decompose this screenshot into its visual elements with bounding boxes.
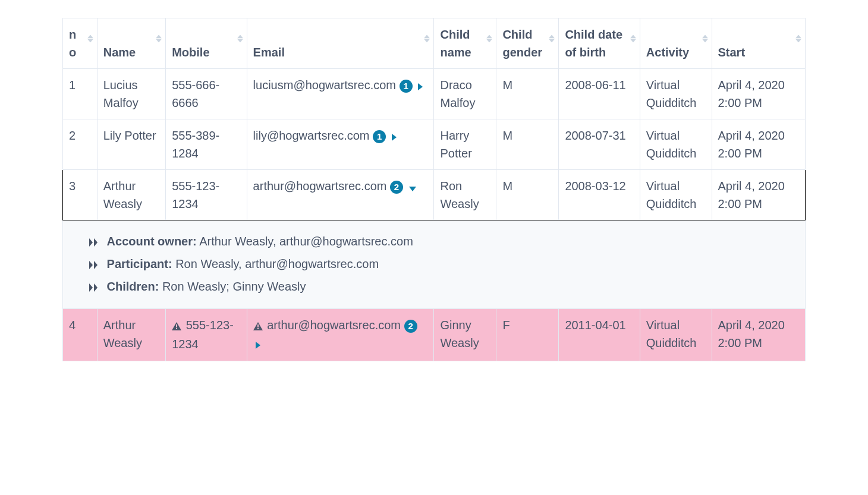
- sort-icon[interactable]: [630, 34, 636, 42]
- detail-account-owner: Account owner: Arthur Weasly, arthur@hog…: [89, 232, 794, 251]
- collapse-icon[interactable]: [409, 178, 416, 196]
- cell-email: luciusm@hogwartsrec.com 1: [247, 69, 434, 119]
- cell-child-gender: M: [496, 69, 559, 119]
- svg-marker-22: [94, 238, 98, 247]
- cell-child-gender: F: [496, 309, 559, 361]
- sort-icon[interactable]: [702, 34, 708, 42]
- svg-marker-4: [237, 34, 243, 38]
- table-header-row: no Name Mobile Email Child name Child ge…: [63, 18, 806, 69]
- expand-icon[interactable]: [418, 77, 424, 95]
- table-row-selected[interactable]: 3 Arthur Weasly 555-123-1234 arthur@hogw…: [63, 170, 806, 220]
- chevrons-icon: [89, 281, 100, 294]
- count-badge: 1: [400, 80, 413, 93]
- expand-icon[interactable]: [256, 336, 262, 354]
- cell-no: 2: [63, 119, 98, 170]
- cell-activity: Virtual Quidditch: [640, 170, 712, 220]
- svg-marker-13: [630, 39, 636, 42]
- svg-marker-20: [409, 187, 416, 191]
- svg-marker-10: [549, 34, 555, 38]
- cell-activity: Virtual Quidditch: [640, 69, 712, 119]
- cell-child-dob: 2008-07-31: [559, 119, 640, 170]
- col-header-activity[interactable]: Activity: [640, 18, 712, 69]
- cell-mobile: 555-123-1234: [166, 170, 247, 220]
- cell-start: April 4, 2020 2:00 PM: [712, 309, 806, 361]
- sort-icon[interactable]: [237, 34, 243, 42]
- svg-marker-19: [392, 134, 397, 141]
- cell-email: arthur@hogwartsrec.com 2: [247, 170, 434, 220]
- svg-marker-8: [486, 34, 492, 38]
- col-header-no[interactable]: no: [63, 18, 98, 69]
- col-header-child-dob[interactable]: Child date of birth: [559, 18, 640, 69]
- cell-child-dob: 2011-04-01: [559, 309, 640, 361]
- col-header-child-gender[interactable]: Child gender: [496, 18, 559, 69]
- svg-marker-24: [94, 261, 98, 269]
- cell-no: 3: [63, 170, 98, 220]
- table-row[interactable]: 1 Lucius Malfoy 555-666-6666 luciusm@hog…: [63, 69, 806, 119]
- cell-child-name: Draco Malfoy: [434, 69, 496, 119]
- svg-marker-12: [630, 34, 636, 38]
- col-header-mobile[interactable]: Mobile: [166, 18, 247, 69]
- detail-participant: Participant: Ron Weasly, arthur@hogwarts…: [89, 255, 794, 274]
- count-badge: 2: [404, 320, 417, 333]
- cell-child-dob: 2008-06-11: [559, 69, 640, 119]
- cell-child-dob: 2008-03-12: [559, 170, 640, 220]
- svg-marker-0: [87, 34, 93, 38]
- cell-name: Arthur Weasly: [97, 309, 165, 361]
- cell-child-gender: M: [496, 170, 559, 220]
- svg-marker-21: [89, 238, 93, 247]
- cell-mobile: 555-389-1284: [166, 119, 247, 170]
- sort-icon[interactable]: [795, 34, 801, 42]
- col-header-child-name[interactable]: Child name: [434, 18, 496, 69]
- col-header-email[interactable]: Email: [247, 18, 434, 69]
- warning-icon: [253, 320, 263, 333]
- svg-rect-31: [257, 324, 259, 327]
- table-row[interactable]: 2 Lily Potter 555-389-1284 lily@hogwarts…: [63, 119, 806, 170]
- sort-icon[interactable]: [87, 34, 93, 42]
- svg-marker-3: [156, 39, 162, 42]
- col-header-name[interactable]: Name: [97, 18, 165, 69]
- svg-rect-32: [257, 328, 259, 329]
- count-badge: 1: [373, 130, 386, 143]
- cell-email: arthur@hogwartsrec.com 2: [247, 309, 434, 361]
- sort-icon[interactable]: [549, 34, 555, 42]
- col-header-start[interactable]: Start: [712, 18, 806, 69]
- cell-email: lily@hogwartsrec.com 1: [247, 119, 434, 170]
- svg-marker-9: [486, 39, 492, 42]
- chevrons-icon: [89, 258, 100, 272]
- cell-mobile: 555-123-1234: [166, 309, 247, 361]
- chevrons-icon: [89, 236, 100, 249]
- cell-child-name: Ron Weasly: [434, 170, 496, 220]
- sort-icon[interactable]: [486, 34, 492, 42]
- svg-marker-2: [156, 34, 162, 38]
- svg-marker-5: [237, 39, 243, 42]
- cell-name: Arthur Weasly: [97, 170, 165, 220]
- svg-marker-16: [795, 34, 801, 38]
- table-row-highlighted[interactable]: 4 Arthur Weasly 555-123-1234 arthur@hogw…: [63, 309, 806, 361]
- cell-no: 4: [63, 309, 98, 361]
- expand-icon[interactable]: [392, 128, 398, 146]
- detail-children: Children: Ron Weasly; Ginny Weasly: [89, 278, 794, 297]
- cell-activity: Virtual Quidditch: [640, 119, 712, 170]
- cell-start: April 4, 2020 2:00 PM: [712, 69, 806, 119]
- svg-marker-33: [256, 342, 260, 349]
- svg-marker-25: [89, 283, 93, 292]
- cell-name: Lucius Malfoy: [97, 69, 165, 119]
- svg-marker-1: [87, 39, 93, 42]
- svg-marker-18: [418, 83, 423, 90]
- svg-rect-29: [176, 328, 177, 329]
- cell-child-name: Ginny Weasly: [434, 309, 496, 361]
- cell-mobile: 555-666-6666: [166, 69, 247, 119]
- sort-icon[interactable]: [424, 34, 430, 42]
- svg-marker-11: [549, 39, 555, 42]
- svg-marker-23: [89, 261, 93, 269]
- svg-marker-17: [795, 39, 801, 42]
- svg-marker-15: [702, 39, 708, 42]
- svg-marker-14: [702, 34, 708, 38]
- cell-child-gender: M: [496, 119, 559, 170]
- sort-icon[interactable]: [156, 34, 162, 42]
- svg-marker-26: [94, 283, 98, 292]
- svg-marker-6: [424, 34, 430, 38]
- cell-name: Lily Potter: [97, 119, 165, 170]
- svg-rect-28: [176, 324, 177, 327]
- registrations-table: no Name Mobile Email Child name Child ge…: [62, 18, 806, 361]
